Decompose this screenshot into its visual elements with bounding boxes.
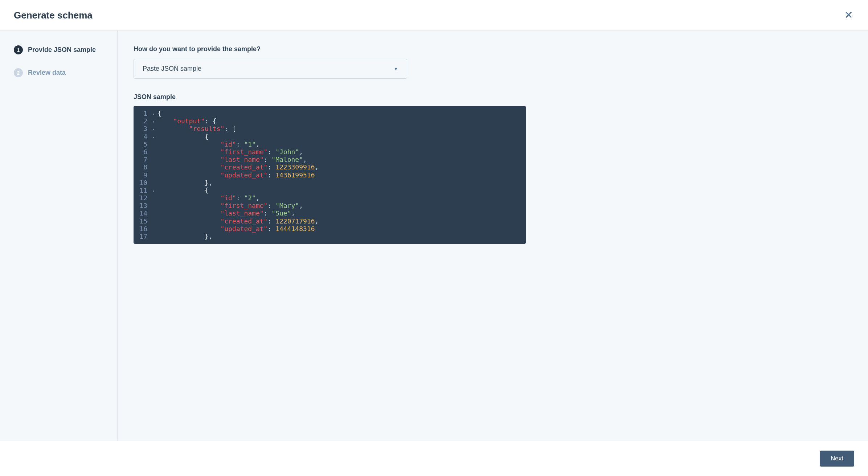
line-number: 12 [134, 194, 152, 202]
line-number: 11 [134, 186, 152, 194]
fold-toggle-icon [152, 202, 157, 209]
step-number-badge: 2 [14, 68, 23, 77]
fold-toggle-icon [152, 217, 157, 225]
step-label: Provide JSON sample [28, 46, 96, 54]
fold-toggle-icon [152, 148, 157, 156]
line-number: 10 [134, 179, 152, 186]
code-content: "results": [ [157, 125, 236, 132]
line-number: 7 [134, 156, 152, 163]
step-provide-json-sample[interactable]: 1 Provide JSON sample [14, 45, 106, 54]
code-line[interactable]: 5 "id": "1", [134, 140, 526, 148]
fold-toggle-icon [152, 163, 157, 171]
code-line[interactable]: 16 "updated_at": 1444148316 [134, 225, 526, 233]
code-content: "created_at": 1223309916, [157, 163, 319, 171]
code-line[interactable]: 7 "last_name": "Malone", [134, 156, 526, 163]
chevron-down-icon: ▼ [394, 66, 398, 71]
code-line[interactable]: 13 "first_name": "Mary", [134, 202, 526, 209]
code-line[interactable]: 10 }, [134, 179, 526, 186]
fold-toggle-icon [152, 156, 157, 163]
step-label: Review data [28, 69, 66, 77]
code-content: "first_name": "Mary", [157, 202, 303, 209]
close-button[interactable]: ✕ [843, 9, 854, 22]
code-content: "created_at": 1220717916, [157, 217, 319, 225]
line-number: 13 [134, 202, 152, 209]
code-content: "first_name": "John", [157, 148, 303, 156]
code-content: "output": { [157, 117, 217, 125]
code-line[interactable]: 17 }, [134, 233, 526, 240]
fold-toggle-icon [152, 140, 157, 148]
fold-toggle-icon [152, 233, 157, 240]
step-number-badge: 1 [14, 45, 23, 54]
modal-title: Generate schema [14, 10, 93, 21]
fold-toggle-icon[interactable]: ▾ [152, 117, 157, 125]
code-content: "last_name": "Malone", [157, 156, 307, 163]
modal-container: Generate schema ✕ 1 Provide JSON sample … [0, 0, 868, 476]
code-content: }, [157, 233, 213, 240]
line-number: 5 [134, 140, 152, 148]
line-number: 8 [134, 163, 152, 171]
modal-body: 1 Provide JSON sample 2 Review data How … [0, 31, 868, 441]
sample-method-select-wrapper: Paste JSON sample ▼ [134, 59, 407, 79]
json-sample-label: JSON sample [134, 93, 852, 101]
fold-toggle-icon[interactable]: ▾ [152, 186, 157, 194]
code-line[interactable]: 6 "first_name": "John", [134, 148, 526, 156]
fold-toggle-icon [152, 209, 157, 217]
code-line[interactable]: 14 "last_name": "Sue", [134, 209, 526, 217]
line-number: 1 [134, 110, 152, 117]
code-line[interactable]: 9 "updated_at": 1436199516 [134, 171, 526, 179]
line-number: 17 [134, 233, 152, 240]
main-content: How do you want to provide the sample? P… [118, 31, 868, 441]
code-content: "last_name": "Sue", [157, 209, 295, 217]
code-line[interactable]: 2▾ "output": { [134, 117, 526, 125]
fold-toggle-icon[interactable]: ▾ [152, 133, 157, 140]
line-number: 14 [134, 209, 152, 217]
line-number: 15 [134, 217, 152, 225]
code-content: "id": "1", [157, 140, 260, 148]
line-number: 3 [134, 125, 152, 132]
fold-toggle-icon [152, 171, 157, 179]
code-content: { [157, 110, 161, 117]
steps-sidebar: 1 Provide JSON sample 2 Review data [0, 31, 118, 441]
code-line[interactable]: 3▾ "results": [ [134, 125, 526, 132]
next-button[interactable]: Next [820, 451, 854, 467]
code-line[interactable]: 8 "created_at": 1223309916, [134, 163, 526, 171]
fold-toggle-icon [152, 179, 157, 186]
line-number: 6 [134, 148, 152, 156]
close-icon: ✕ [844, 9, 853, 21]
code-content: }, [157, 179, 213, 186]
code-line[interactable]: 11▾ { [134, 186, 526, 194]
code-content: { [157, 133, 209, 140]
sample-method-select[interactable]: Paste JSON sample ▼ [134, 59, 407, 79]
code-line[interactable]: 1▾{ [134, 110, 526, 117]
select-value: Paste JSON sample [143, 65, 201, 73]
line-number: 16 [134, 225, 152, 233]
sample-method-label: How do you want to provide the sample? [134, 45, 852, 53]
code-line[interactable]: 12 "id": "2", [134, 194, 526, 202]
fold-toggle-icon [152, 225, 157, 233]
modal-header: Generate schema ✕ [0, 0, 868, 31]
step-review-data[interactable]: 2 Review data [14, 68, 106, 77]
fold-toggle-icon [152, 194, 157, 202]
modal-footer: Next [0, 441, 868, 476]
json-sample-editor[interactable]: 1▾{2▾ "output": {3▾ "results": [4▾ {5 "i… [134, 106, 526, 244]
line-number: 4 [134, 133, 152, 140]
fold-toggle-icon[interactable]: ▾ [152, 125, 157, 132]
fold-toggle-icon[interactable]: ▾ [152, 110, 157, 117]
line-number: 2 [134, 117, 152, 125]
code-content: "updated_at": 1444148316 [157, 225, 315, 233]
code-content: "id": "2", [157, 194, 260, 202]
code-line[interactable]: 15 "created_at": 1220717916, [134, 217, 526, 225]
code-line[interactable]: 4▾ { [134, 133, 526, 140]
code-content: "updated_at": 1436199516 [157, 171, 315, 179]
code-content: { [157, 186, 209, 194]
line-number: 9 [134, 171, 152, 179]
